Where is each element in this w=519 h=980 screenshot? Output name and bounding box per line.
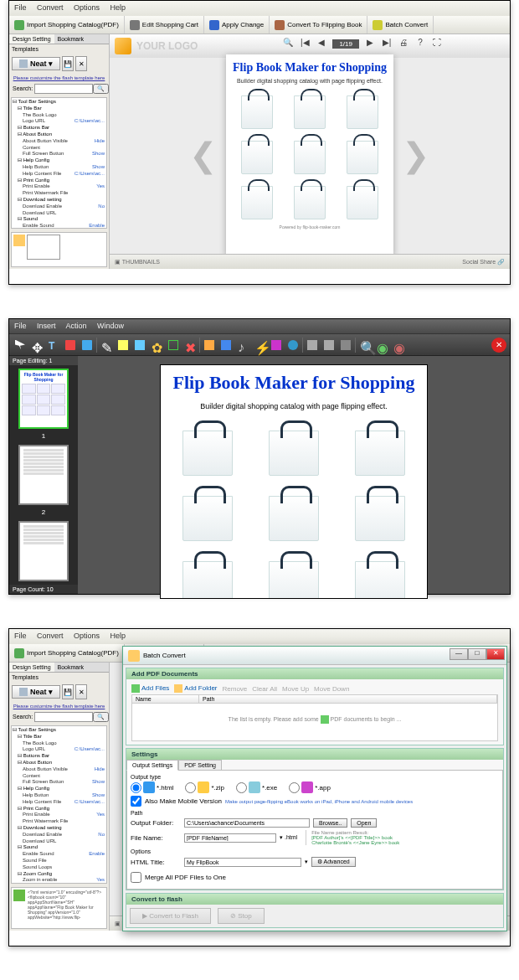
menu-file[interactable]: File — [14, 632, 27, 640]
paste-tool[interactable] — [321, 338, 337, 353]
settings-tree[interactable]: ⊟ Tool Bar Settings⊟ Title BarThe Book L… — [11, 725, 107, 884]
image-tool[interactable] — [132, 338, 147, 353]
button-tool[interactable] — [285, 338, 301, 353]
output-folder-input[interactable] — [184, 818, 310, 828]
prev-page-button[interactable]: ◀ — [316, 38, 327, 49]
menu-convert[interactable]: Convert — [37, 632, 64, 640]
menu-help[interactable]: Help — [110, 3, 126, 12]
dialog-titlebar[interactable]: Batch Convert — □ ✕ — [123, 647, 506, 665]
page-thumb-3[interactable] — [18, 521, 69, 581]
menu-window[interactable]: Window — [97, 322, 124, 330]
tab-bookmark[interactable]: Bookmark — [54, 34, 88, 44]
note-tool[interactable]: ✿ — [149, 338, 164, 353]
zoom-in-button[interactable]: 🔍 — [357, 338, 373, 353]
menu-convert[interactable]: Convert — [37, 3, 64, 12]
zoom-icon[interactable]: 🔍 — [282, 38, 294, 49]
file-name-input[interactable] — [184, 833, 276, 843]
menu-options[interactable]: Options — [74, 3, 100, 12]
video-tool[interactable] — [218, 338, 234, 353]
template-select[interactable]: Neat ▾ — [12, 685, 60, 699]
shape-tool[interactable] — [63, 338, 78, 353]
convert-book-button[interactable]: Convert To Flipping Book — [270, 16, 367, 34]
last-page-button[interactable]: ▶| — [381, 38, 393, 49]
convert-button[interactable]: ▶ Convert to Flash — [130, 908, 211, 924]
next-arrow[interactable]: ❯ — [393, 136, 439, 174]
prev-arrow[interactable]: ❮ — [181, 136, 226, 174]
rect-tool[interactable] — [166, 338, 181, 353]
customize-link[interactable]: Please customize the flash template here — [9, 702, 109, 710]
next-page-button[interactable]: ▶ — [364, 38, 376, 49]
template-save[interactable]: 💾 — [62, 684, 74, 699]
clear-tool[interactable]: ✖ — [182, 338, 198, 353]
menu-options[interactable]: Options — [74, 632, 100, 640]
edit-cart-button[interactable]: Edit Shopping Cart — [125, 16, 204, 34]
page-thumb-2[interactable] — [18, 445, 69, 505]
first-page-button[interactable]: |◀ — [299, 38, 311, 49]
swf-tool[interactable] — [269, 338, 284, 353]
template-delete[interactable]: ✕ — [75, 684, 87, 699]
minimize-button[interactable]: — — [450, 648, 468, 660]
col-path[interactable]: Path — [199, 695, 497, 703]
merge-checkbox[interactable] — [131, 872, 141, 883]
open-button[interactable]: Open — [351, 818, 377, 828]
close-button[interactable]: ✕ — [486, 648, 505, 660]
shape2-tool[interactable] — [80, 338, 95, 353]
template-delete[interactable]: ✕ — [75, 56, 87, 71]
add-files-button[interactable]: Add Files — [131, 684, 169, 693]
move-tool[interactable]: ✥ — [29, 338, 44, 353]
html-title-input[interactable] — [184, 858, 301, 867]
file-list[interactable]: Name Path The list is empty. Please add … — [131, 694, 498, 741]
page-thumb-1[interactable]: Flip Book Maker for Shopping — [18, 369, 69, 429]
radio-app[interactable]: *.app — [289, 781, 331, 793]
add-folder-button[interactable]: Add Folder — [174, 684, 217, 693]
tab-output-settings[interactable]: Output Settings — [126, 760, 178, 771]
radio-html[interactable]: *.html — [131, 781, 173, 793]
browse-button[interactable]: Browse.. — [313, 818, 347, 828]
menu-file[interactable]: File — [14, 322, 27, 330]
editing-page[interactable]: Flip Book Maker for Shopping Builder dig… — [160, 364, 428, 599]
layers-tool[interactable] — [338, 338, 353, 353]
col-name[interactable]: Name — [132, 695, 199, 703]
help-icon[interactable]: ? — [414, 38, 426, 49]
tab-pdf-setting[interactable]: PDF Setting — [178, 760, 222, 771]
page-indicator[interactable]: 1/19 — [332, 39, 359, 49]
copy-tool[interactable] — [305, 338, 320, 353]
print-icon[interactable]: 🖨 — [398, 38, 409, 49]
book-page[interactable]: Flip Book Maker for Shopping Builder dig… — [226, 54, 393, 255]
tab-design[interactable]: Design Setting — [9, 663, 54, 672]
template-select[interactable]: Neat ▾ — [12, 57, 60, 71]
fit-button[interactable]: ◉ — [391, 338, 406, 353]
search-button[interactable]: 🔍 — [93, 84, 109, 94]
mobile-checkbox[interactable] — [131, 796, 141, 807]
batch-convert-button[interactable]: Batch Convert — [367, 16, 434, 34]
highlight-tool[interactable] — [116, 338, 131, 353]
social-share-button[interactable]: Social Share 🔗 — [462, 259, 505, 266]
customize-link[interactable]: Please customize the flash template here — [9, 74, 109, 82]
fullscreen-icon[interactable]: ⛶ — [431, 38, 443, 49]
import-button[interactable]: Import Shopping Catalog(PDF) — [9, 16, 125, 34]
thumbnails-button[interactable]: ▣ THUMBNAILS — [115, 259, 160, 266]
tab-bookmark[interactable]: Bookmark — [54, 663, 88, 672]
flash-tool[interactable]: ⚡ — [252, 338, 267, 353]
text-tool[interactable]: T — [46, 338, 61, 353]
link-tool[interactable] — [202, 338, 217, 353]
settings-tree[interactable]: ⊟ Tool Bar Settings⊟ Title BarThe Book L… — [11, 97, 107, 229]
import-button[interactable]: Import Shopping Catalog(PDF) — [9, 644, 125, 662]
apply-button[interactable]: Apply Change — [204, 16, 270, 34]
select-tool[interactable] — [13, 338, 28, 353]
close-button[interactable]: ✕ — [491, 338, 506, 353]
menu-file[interactable]: File — [14, 3, 27, 12]
search-button[interactable]: 🔍 — [93, 712, 109, 722]
page-editing-tab[interactable]: Page Editing: 1 — [9, 356, 78, 365]
menu-action[interactable]: Action — [66, 322, 87, 330]
radio-zip[interactable]: *.zip — [185, 781, 224, 793]
tab-design[interactable]: Design Setting — [9, 34, 54, 44]
radio-exe[interactable]: *.exe — [236, 781, 277, 793]
menu-help[interactable]: Help — [110, 632, 126, 640]
menu-insert[interactable]: Insert — [37, 322, 56, 330]
search-input[interactable] — [34, 84, 93, 94]
template-save[interactable]: 💾 — [62, 56, 74, 71]
zoom-out-button[interactable]: ◉ — [374, 338, 389, 353]
search-input[interactable] — [34, 712, 93, 722]
sound-tool[interactable]: ♪ — [235, 338, 250, 353]
